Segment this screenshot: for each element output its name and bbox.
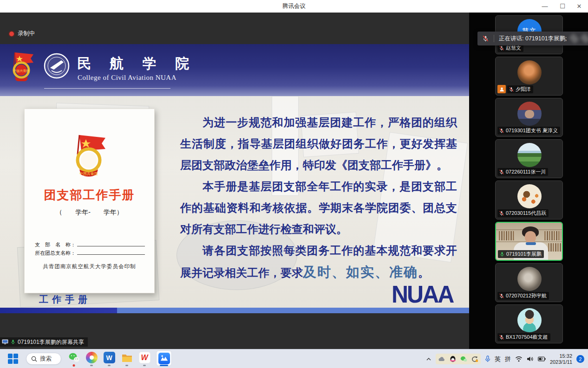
browser-icon — [86, 352, 98, 363]
participant-tile[interactable]: 072260111张一川 — [495, 139, 563, 178]
participant-name: 0719301团支书 夏淳义 — [506, 127, 558, 134]
mic-active-icon — [10, 339, 16, 345]
mic-muted-icon — [499, 211, 504, 216]
search-label: 搜索 — [40, 355, 52, 363]
booklet-field-committee: 所在团总支名称： — [35, 250, 145, 257]
taskbar-app-word[interactable]: W — [103, 352, 115, 366]
active-app-highlight — [156, 350, 172, 366]
recording-label: 录制中 — [18, 30, 35, 38]
participant-name: 072260111张一川 — [506, 168, 546, 175]
paragraph-1: 为进一步规范和加强基层团建工作，严格团的组织生活制度，指导基层团组织做好团务工作… — [180, 112, 457, 176]
blurred-text — [568, 33, 579, 44]
cloud-icon[interactable] — [438, 356, 445, 362]
booklet-field-branch: 支 部 名 称： — [35, 241, 145, 248]
mic-muted-icon — [499, 128, 504, 134]
speaking-tooltip-text: 正在讲话: 0719101李展鹏; — [499, 35, 567, 43]
participant-tile[interactable]: 夕阳洋 — [495, 57, 563, 96]
youth-league-emblem-icon: 中国共青团 — [70, 133, 109, 178]
taskbar-app-tencent-meeting[interactable] — [156, 352, 172, 366]
participant-namebar: 072070212孙宇航 — [497, 292, 549, 300]
screen-share-status: 0719101李展鹏的屏幕共享 — [0, 337, 88, 347]
speaking-tooltip: 正在讲话: 0719101李展鹏; — [477, 32, 588, 45]
notification-badge[interactable]: 2 — [576, 355, 584, 363]
search-icon — [31, 356, 37, 362]
mic-muted-icon — [499, 293, 504, 299]
college-name-en: College of Civil Aviation NUAA — [78, 74, 176, 82]
taskbar-clock[interactable]: 15:32 2023/1/11 — [550, 353, 572, 365]
host-badge-icon — [497, 85, 506, 93]
participant-namebar: 0719301团支书 夏淳义 — [497, 127, 560, 135]
college-name-cn: 民 航 学 院 — [77, 54, 196, 73]
participant-namebar: BX1707504蔡文超 — [497, 333, 550, 341]
participant-name: 赵慧文 — [506, 45, 521, 52]
window-title: 腾讯会议 — [0, 0, 588, 13]
paragraph-3: 请各团支部按照每类团务工作的基本规范和要求开展并记录相关工作，要求及时、如实、准… — [180, 240, 457, 284]
battery-icon[interactable] — [538, 356, 546, 362]
taskbar-search[interactable]: 搜索 — [26, 353, 61, 365]
emphasis-text: 及时、如实、准确 — [303, 265, 418, 279]
taskbar-app-wechat[interactable] — [68, 352, 80, 366]
participant-tile[interactable]: 072070212孙宇航 — [495, 263, 563, 302]
screen-share-stage: 录制中 中国共青团 — [0, 13, 469, 349]
participant-namebar: 072030115代昌跃 — [497, 209, 549, 217]
avatar — [517, 267, 542, 291]
participant-name: BX1707504蔡文超 — [506, 334, 548, 341]
taskbar-app-file-explorer[interactable] — [121, 352, 133, 366]
running-indicator — [90, 365, 93, 366]
blurred-text — [580, 33, 588, 44]
sync-icon[interactable] — [471, 356, 478, 362]
fill-in-line — [77, 242, 145, 246]
mic-muted-icon — [499, 45, 504, 51]
participant-tile[interactable]: BX1707504蔡文超 — [495, 304, 563, 343]
participant-tile[interactable]: 072030115代昌跃 — [495, 181, 563, 220]
participant-name: 0719101李展鹏 — [506, 251, 542, 258]
slide-bottom-bar — [0, 308, 469, 313]
tooltip-divider — [494, 35, 494, 42]
slide-header-banner: 中国共青团 民 航 学 院 College of Civil Aviation … — [0, 44, 469, 96]
participant-namebar: 072260111张一川 — [497, 168, 548, 176]
booklet-title: 团支部工作手册 — [25, 187, 154, 203]
wechat-icon — [68, 352, 80, 363]
tencent-meeting-icon — [158, 353, 170, 364]
active-indicator — [160, 365, 168, 366]
booklet-year-line: （ 学年- 学年） — [25, 208, 154, 217]
windows-taskbar[interactable]: 搜索 W W — [0, 349, 588, 368]
running-indicator — [125, 365, 128, 366]
wifi-icon[interactable] — [515, 356, 523, 362]
mic-muted-icon — [509, 87, 514, 92]
close-button[interactable]: ✕ — [571, 0, 587, 13]
mic-muted-icon — [499, 335, 504, 340]
nuaa-watermark: NUAA — [392, 280, 453, 309]
start-button-icon[interactable] — [7, 353, 19, 364]
maximize-button[interactable]: ☐ — [555, 0, 570, 13]
svg-text:中国共青团: 中国共青团 — [79, 172, 98, 176]
qq-icon[interactable] — [450, 355, 456, 362]
recording-indicator: 录制中 — [9, 30, 35, 38]
taskbar-app-browser[interactable] — [85, 352, 98, 366]
avatar — [517, 308, 542, 332]
fill-in-line — [77, 250, 145, 255]
university-seal-icon — [44, 53, 70, 79]
mic-active-icon — [499, 252, 505, 257]
participant-tile[interactable]: 0719301团支书 夏淳义 — [495, 98, 563, 137]
participants-panel[interactable]: 慧文 赵慧文 — [469, 13, 588, 349]
window-titlebar[interactable]: 腾讯会议 — ☐ ✕ — [0, 0, 588, 13]
clock-date: 2023/1/11 — [550, 359, 572, 365]
ime-english-indicator[interactable]: 英 — [495, 355, 501, 363]
notification-dot — [73, 364, 75, 367]
shared-slide: 中国共青团 民 航 学 院 College of Civil Aviation … — [0, 44, 469, 313]
mic-tray-icon[interactable] — [485, 355, 490, 362]
avatar — [517, 60, 542, 84]
header-divider — [44, 88, 170, 89]
participant-namebar: 0719101李展鹏 — [498, 250, 544, 258]
wechat-tray-icon[interactable] — [460, 356, 467, 362]
ime-pinyin-indicator[interactable]: 拼 — [505, 355, 511, 363]
running-indicator — [108, 365, 111, 366]
volume-icon[interactable] — [527, 356, 534, 362]
participant-tile-active-speaker[interactable]: 0719101李展鹏 — [495, 222, 563, 261]
mic-muted-icon — [482, 35, 489, 42]
participant-namebar: 夕阳洋 — [507, 85, 533, 93]
taskbar-app-wps[interactable]: W — [138, 352, 150, 366]
tray-chevron-icon[interactable] — [426, 356, 431, 362]
minimize-button[interactable]: — — [537, 0, 553, 13]
